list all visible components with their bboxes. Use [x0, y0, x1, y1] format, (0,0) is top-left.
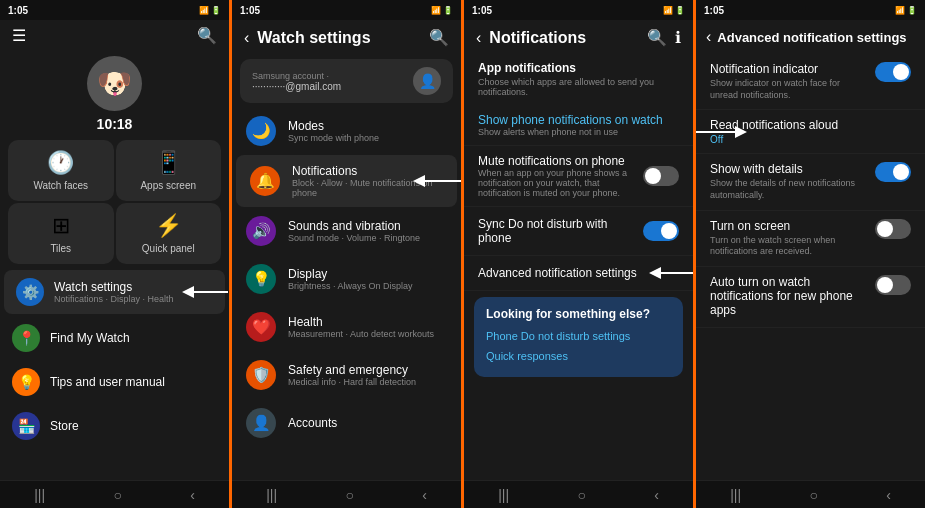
tips-icon: 💡	[12, 368, 40, 396]
mute-phone-title: Mute notifications on phone	[478, 154, 643, 168]
adv-turn-on-screen[interactable]: Turn on screen Turn on the watch screen …	[696, 211, 925, 267]
nav-back-icon-2[interactable]: ‹	[422, 487, 427, 503]
menu-item-find-watch[interactable]: 📍 Find My Watch	[0, 316, 229, 360]
notif-indicator-toggle[interactable]	[875, 62, 911, 82]
nav-home-icon-2[interactable]: ○	[345, 487, 353, 503]
avatar: 🐶	[87, 56, 142, 111]
adv-read-aloud[interactable]: Read notifications aloud Off	[696, 110, 925, 154]
arrow-read-aloud	[696, 120, 746, 144]
nav-back-icon[interactable]: ‹	[190, 487, 195, 503]
search-icon[interactable]: 🔍	[197, 26, 217, 45]
status-icons-3: 📶🔋	[663, 6, 685, 15]
settings-display[interactable]: 💡 Display Brightness · Always On Display	[232, 255, 461, 303]
sync-dnd-toggle[interactable]	[643, 221, 679, 241]
settings-notifications[interactable]: 🔔 Notifications Block · Allow · Mute not…	[236, 155, 457, 207]
turn-on-screen-sub: Turn on the watch screen when notificati…	[710, 235, 867, 258]
account-label: Samsung account ·	[252, 71, 405, 81]
store-title: Store	[50, 419, 217, 433]
settings-accounts[interactable]: 👤 Accounts	[232, 399, 461, 447]
settings-modes[interactable]: 🌙 Modes Sync mode with phone	[232, 107, 461, 155]
quick-panel-label: Quick panel	[142, 243, 195, 254]
nav-home-icon-3[interactable]: ○	[577, 487, 585, 503]
notifications-icon: 🔔	[250, 166, 280, 196]
mute-toggle[interactable]	[643, 166, 679, 186]
looking-title: Looking for something else?	[486, 307, 671, 321]
accounts-icon: 👤	[246, 408, 276, 438]
back-icon-4[interactable]: ‹	[706, 28, 711, 46]
advanced-header: ‹ Advanced notification settings	[696, 20, 925, 54]
notif-sync-dnd[interactable]: Sync Do not disturb with phone	[464, 207, 693, 256]
main-menu-list: ⚙️ Watch settings Notifications · Displa…	[0, 270, 229, 448]
notif-mute-phone[interactable]: Mute notifications on phone When an app …	[464, 146, 693, 207]
app-notifications-title: App notifications	[464, 55, 693, 77]
health-icon: ❤️	[246, 312, 276, 342]
adv-notification-indicator[interactable]: Notification indicator Show indicator on…	[696, 54, 925, 110]
nav-recent-icon-2[interactable]: |||	[266, 487, 277, 503]
nav-recent-icon-4[interactable]: |||	[730, 487, 741, 503]
health-subtitle: Measurement · Auto detect workouts	[288, 329, 434, 339]
adv-show-details[interactable]: Show with details Show the details of ne…	[696, 154, 925, 210]
menu-item-watch-settings[interactable]: ⚙️ Watch settings Notifications · Displa…	[4, 270, 225, 314]
grid-watch-faces[interactable]: 🕐 Watch faces	[8, 140, 114, 201]
info-icon[interactable]: ℹ	[675, 28, 681, 47]
settings-sounds[interactable]: 🔊 Sounds and vibration Sound mode · Volu…	[232, 207, 461, 255]
search-icon-3[interactable]: 🔍	[647, 28, 667, 47]
app-grid: 🕐 Watch faces 📱 Apps screen ⊞ Tiles ⚡ Qu…	[0, 140, 229, 264]
status-time-1: 1:05	[8, 5, 28, 16]
notif-show-phone[interactable]: Show phone notifications on watch Show a…	[464, 105, 693, 146]
nav-back-icon-4[interactable]: ‹	[886, 487, 891, 503]
back-icon-2[interactable]: ‹	[244, 29, 249, 47]
show-phone-sub: Show alerts when phone not in use	[478, 127, 663, 137]
show-details-toggle[interactable]	[875, 162, 911, 182]
settings-safety[interactable]: 🛡️ Safety and emergency Medical info · H…	[232, 351, 461, 399]
screen1: 1:05 📶 🔋 ☰ 🔍 🐶 10:18 🕐 Watch faces 📱 App…	[0, 0, 232, 508]
back-icon-3[interactable]: ‹	[476, 29, 481, 47]
tiles-label: Tiles	[50, 243, 71, 254]
nav-home-icon-4[interactable]: ○	[809, 487, 817, 503]
advanced-content: ‹ Advanced notification settings Notific…	[696, 20, 925, 480]
accounts-title: Accounts	[288, 416, 337, 430]
screen3: 1:05 📶🔋 ‹ Notifications 🔍 ℹ App notifica…	[464, 0, 696, 508]
arrow-watch-settings	[183, 280, 229, 304]
grid-apps-screen[interactable]: 📱 Apps screen	[116, 140, 222, 201]
status-icons-4: 📶🔋	[895, 6, 917, 15]
menu-item-store[interactable]: 🏪 Store	[0, 404, 229, 448]
menu-item-tips[interactable]: 💡 Tips and user manual	[0, 360, 229, 404]
quick-responses-link[interactable]: Quick responses	[486, 347, 671, 367]
turn-on-screen-toggle[interactable]	[875, 219, 911, 239]
nav-recent-icon-3[interactable]: |||	[498, 487, 509, 503]
watch-faces-label: Watch faces	[33, 180, 88, 191]
mute-phone-sub: When an app on your phone shows a notifi…	[478, 168, 643, 198]
grid-quick-panel[interactable]: ⚡ Quick panel	[116, 203, 222, 264]
nav-back-icon-3[interactable]: ‹	[654, 487, 659, 503]
nav-bar-4: ||| ○ ‹	[696, 480, 925, 508]
watch-settings-list: 🌙 Modes Sync mode with phone 🔔 Notificat…	[232, 107, 461, 447]
notif-advanced[interactable]: Advanced notification settings	[464, 256, 693, 291]
screen2-content: ‹ Watch settings 🔍 Samsung account · ···…	[232, 20, 461, 480]
auto-turn-on-toggle[interactable]	[875, 275, 911, 295]
adv-auto-turn-on[interactable]: Auto turn on watch notifications for new…	[696, 267, 925, 328]
watch-settings-page-title: Watch settings	[257, 29, 421, 47]
hamburger-icon[interactable]: ☰	[12, 26, 26, 45]
notif-header-icons: 🔍 ℹ	[647, 28, 681, 47]
phone-dnd-link[interactable]: Phone Do not disturb settings	[486, 327, 671, 347]
advanced-page-title: Advanced notification settings	[717, 30, 915, 45]
show-phone-title: Show phone notifications on watch	[478, 113, 663, 127]
settings-health[interactable]: ❤️ Health Measurement · Auto detect work…	[232, 303, 461, 351]
safety-title: Safety and emergency	[288, 363, 416, 377]
status-icons-1: 📶 🔋	[199, 6, 221, 15]
turn-on-screen-title: Turn on screen	[710, 219, 867, 233]
grid-tiles[interactable]: ⊞ Tiles	[8, 203, 114, 264]
nav-home-icon[interactable]: ○	[113, 487, 121, 503]
nav-bar-2: ||| ○ ‹	[232, 480, 461, 508]
store-icon: 🏪	[12, 412, 40, 440]
tips-title: Tips and user manual	[50, 375, 217, 389]
display-title: Display	[288, 267, 413, 281]
nav-recent-icon[interactable]: |||	[34, 487, 45, 503]
quick-panel-icon: ⚡	[155, 213, 182, 239]
samsung-account-row[interactable]: Samsung account · ············@gmail.com…	[240, 59, 453, 103]
status-time-2: 1:05	[240, 5, 260, 16]
account-avatar: 👤	[413, 67, 441, 95]
modes-subtitle: Sync mode with phone	[288, 133, 379, 143]
search-icon-2[interactable]: 🔍	[429, 28, 449, 47]
